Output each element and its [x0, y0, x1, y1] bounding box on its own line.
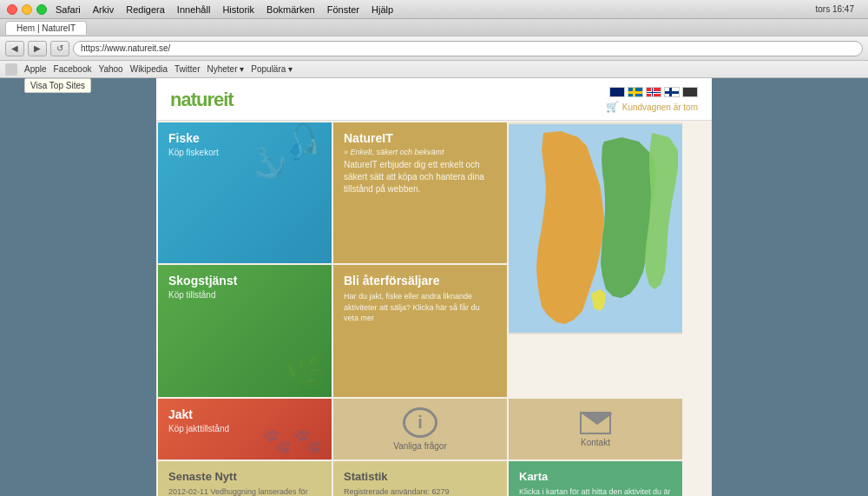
bottom-grid: Senaste Nytt 2012-02-11 Vedhuggning lans…	[156, 461, 712, 496]
jakt-decoration: 🐾🐾	[262, 427, 323, 455]
map-svg	[509, 122, 682, 334]
tile-nature[interactable]: NatureIT » Enkelt, säkert och bekvämt Na…	[333, 122, 507, 263]
close-button[interactable]	[7, 4, 17, 15]
site-wrapper: natureit	[156, 78, 712, 496]
aterfor-body: Har du jakt, fiske eller andra liknande …	[344, 291, 496, 324]
flag-no[interactable]	[646, 87, 661, 97]
nytt-title: Senaste Nytt	[168, 470, 321, 483]
mac-menu: Safari Arkiv Redigera Innehåll Historik …	[56, 4, 393, 15]
envelope-icon	[580, 412, 611, 434]
menu-redigera[interactable]: Redigera	[126, 4, 165, 15]
cart-info[interactable]: 🛒 Kundvagnen är tom	[606, 101, 698, 113]
menu-hjalp[interactable]: Hjälp	[372, 4, 393, 15]
bookmark-yahoo[interactable]: Yahoo	[99, 64, 123, 74]
menu-historik[interactable]: Historik	[222, 4, 254, 15]
active-tab[interactable]: Hem | NatureIT	[5, 21, 87, 35]
info-icon: i	[403, 407, 437, 438]
nature-body: NatureIT erbjuder dig ett enkelt och säk…	[344, 159, 496, 195]
url-bar[interactable]	[73, 41, 863, 56]
window-controls[interactable]	[7, 4, 47, 15]
content-grid: Fiske Köp fiskekort ⚓🎣 NatureIT » Enkelt…	[156, 121, 712, 461]
tile-statistik: Statistik Registrerade användare: 6279 T…	[333, 461, 507, 496]
language-flags	[609, 87, 698, 97]
tile-aterfor[interactable]: Bli återförsäljare Har du jakt, fiske el…	[333, 265, 507, 397]
vanliga-title: Vanliga frågor	[393, 441, 447, 451]
cart-text: Kundvagnen är tom	[622, 103, 698, 112]
tile-fiske[interactable]: Fiske Köp fiskekort ⚓🎣	[158, 122, 332, 263]
karta-body: Klicka i kartan för att hitta den aktivi…	[519, 486, 672, 496]
karta-title: Karta	[519, 470, 672, 483]
statistik-body: Registrerade användare: 6279 Tillgänglig…	[344, 486, 496, 496]
menu-innehall[interactable]: Innehåll	[177, 4, 211, 15]
bookmark-wikipedia[interactable]: Wikipedia	[130, 64, 168, 74]
reload-button[interactable]: ↺	[50, 41, 69, 56]
site-header: natureit	[156, 78, 712, 121]
header-right: 🛒 Kundvagnen är tom	[606, 87, 698, 113]
forward-button[interactable]: ▶	[28, 41, 47, 56]
flag-se[interactable]	[628, 87, 643, 97]
tile-karta[interactable]: Karta Klicka i kartan för att hitta den …	[509, 461, 682, 496]
tile-jakt[interactable]: Jakt Köp jakttillstånd 🐾🐾	[158, 399, 332, 460]
bookmarks-bar: Apple Facebook Yahoo Wikipedia Twitter N…	[0, 61, 868, 78]
bookmark-facebook[interactable]: Facebook	[54, 64, 92, 74]
bookmark-populara[interactable]: Populära ▾	[251, 64, 293, 74]
cart-icon: 🛒	[606, 101, 619, 113]
menu-safari[interactable]: Safari	[56, 4, 81, 15]
system-icons: tors 16:47	[816, 4, 854, 14]
site-logo[interactable]: natureit	[170, 89, 233, 111]
time-display: tors 16:47	[816, 4, 854, 14]
menu-fonster[interactable]: Fönster	[327, 4, 359, 15]
website-frame: natureit	[0, 78, 868, 496]
skog-title: Skogstjänst	[168, 274, 321, 288]
mac-titlebar: Safari Arkiv Redigera Innehåll Historik …	[0, 0, 868, 19]
skog-subtitle: Köp tillstånd	[168, 290, 321, 300]
skog-decoration: 🌿	[284, 352, 327, 393]
bookmark-apple[interactable]: Apple	[24, 64, 47, 74]
logo-accent: it	[223, 89, 233, 110]
browser-toolbar: ◀ ▶ ↺	[0, 36, 868, 61]
aterfor-title: Bli återförsäljare	[344, 274, 496, 288]
kontakt-title: Kontakt	[581, 438, 610, 447]
tile-map[interactable]	[509, 122, 682, 334]
menu-bokmarken[interactable]: Bokmärken	[266, 4, 315, 15]
logo-text: nature	[170, 89, 223, 110]
back-button[interactable]: ◀	[5, 41, 24, 56]
menu-arkiv[interactable]: Arkiv	[93, 4, 114, 15]
flag-other[interactable]	[682, 87, 698, 97]
flag-gb[interactable]	[609, 87, 625, 97]
nytt-item-0: 2012-02-11 Vedhuggning lanserades för Fe…	[168, 486, 321, 496]
tile-kontakt[interactable]: Kontakt	[509, 399, 682, 460]
tooltip: Visa Top Sites	[24, 78, 91, 93]
nature-tagline: » Enkelt, säkert och bekvämt	[344, 148, 496, 156]
flag-fi[interactable]	[664, 87, 680, 97]
nytt-body: 2012-02-11 Vedhuggning lanserades för Fe…	[168, 486, 321, 496]
tile-nytt: Senaste Nytt 2012-02-11 Vedhuggning lans…	[158, 461, 332, 496]
bookmarks-icon	[5, 63, 17, 76]
bookmark-nyheter[interactable]: Nyheter ▾	[207, 64, 245, 74]
nature-title: NatureIT	[344, 131, 496, 145]
tile-vanliga[interactable]: i Vanliga frågor	[333, 399, 507, 460]
jakt-title: Jakt	[168, 407, 321, 421]
tile-skog[interactable]: Skogstjänst Köp tillstånd 🌿	[158, 265, 332, 397]
statistik-title: Statistik	[344, 470, 496, 483]
tab-bar: Hem | NatureIT	[0, 19, 868, 36]
minimize-button[interactable]	[22, 4, 32, 15]
bookmark-twitter[interactable]: Twitter	[174, 64, 200, 74]
fullscreen-button[interactable]	[36, 4, 47, 15]
